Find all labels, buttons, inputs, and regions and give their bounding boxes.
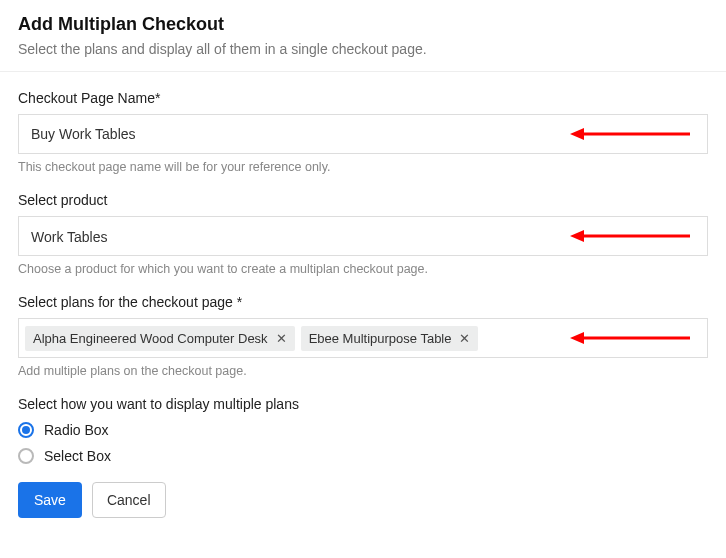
label-plans: Select plans for the checkout page *: [18, 294, 708, 310]
field-product: Select product Work Tables Choose a prod…: [18, 192, 708, 276]
close-icon[interactable]: ✕: [459, 332, 470, 345]
field-display-mode: Select how you want to display multiple …: [18, 396, 708, 464]
field-plans: Select plans for the checkout page * Alp…: [18, 294, 708, 378]
plan-tag: Ebee Multipurpose Table ✕: [301, 326, 479, 351]
input-wrap-plans: Alpha Engineered Wood Computer Desk ✕ Eb…: [18, 318, 708, 358]
label-checkout-name: Checkout Page Name*: [18, 90, 708, 106]
page-subtitle: Select the plans and display all of them…: [18, 41, 708, 57]
plan-tag-label: Ebee Multipurpose Table: [309, 331, 452, 346]
page-header: Add Multiplan Checkout Select the plans …: [0, 0, 726, 72]
product-select-value: Work Tables: [31, 229, 108, 245]
checkout-name-input[interactable]: [18, 114, 708, 154]
input-wrap-product: Work Tables: [18, 216, 708, 256]
hint-product: Choose a product for which you want to c…: [18, 262, 708, 276]
plans-multiselect[interactable]: Alpha Engineered Wood Computer Desk ✕ Eb…: [18, 318, 708, 358]
save-button[interactable]: Save: [18, 482, 82, 518]
cancel-button[interactable]: Cancel: [92, 482, 166, 518]
radio-icon: [18, 448, 34, 464]
radio-icon: [18, 422, 34, 438]
radio-option-select-box[interactable]: Select Box: [18, 448, 708, 464]
label-display-mode: Select how you want to display multiple …: [18, 396, 708, 412]
hint-plans: Add multiple plans on the checkout page.: [18, 364, 708, 378]
page-title: Add Multiplan Checkout: [18, 14, 708, 35]
radio-label: Radio Box: [44, 422, 109, 438]
plan-tag-label: Alpha Engineered Wood Computer Desk: [33, 331, 268, 346]
radio-group-display: Radio Box Select Box: [18, 422, 708, 464]
radio-label: Select Box: [44, 448, 111, 464]
product-select[interactable]: Work Tables: [18, 216, 708, 256]
form-actions: Save Cancel: [18, 482, 708, 518]
field-checkout-name: Checkout Page Name* This checkout page n…: [18, 90, 708, 174]
label-product: Select product: [18, 192, 708, 208]
plan-tag: Alpha Engineered Wood Computer Desk ✕: [25, 326, 295, 351]
radio-option-radio-box[interactable]: Radio Box: [18, 422, 708, 438]
hint-checkout-name: This checkout page name will be for your…: [18, 160, 708, 174]
form-body: Checkout Page Name* This checkout page n…: [0, 72, 726, 536]
close-icon[interactable]: ✕: [276, 332, 287, 345]
input-wrap-name: [18, 114, 708, 154]
